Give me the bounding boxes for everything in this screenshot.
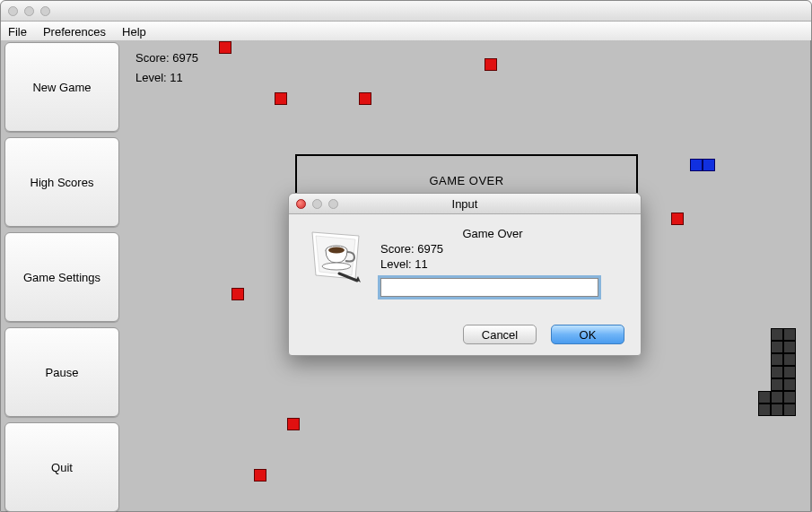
red-block (287, 418, 300, 430)
close-icon[interactable] (8, 6, 18, 16)
dark-block (771, 391, 783, 404)
svg-point-3 (328, 247, 345, 254)
high-scores-button[interactable]: High Scores (4, 137, 119, 227)
dark-block (783, 353, 796, 366)
dialog-text: Game Over Score: 6975 Level: 11 (380, 227, 623, 297)
dark-block (771, 328, 783, 341)
ok-button[interactable]: OK (551, 325, 624, 344)
quit-button[interactable]: Quit (4, 422, 119, 512)
dark-block (783, 404, 796, 416)
red-block (254, 469, 266, 482)
dark-block (771, 378, 783, 391)
svg-point-4 (322, 263, 351, 270)
dialog-buttons: Cancel OK (463, 325, 624, 344)
cancel-button[interactable]: Cancel (463, 325, 537, 344)
new-game-button[interactable]: New Game (4, 42, 119, 132)
dialog-heading: Game Over (362, 227, 623, 240)
game-area: Score: 6975 Level: 11 (127, 40, 806, 511)
level-label: Level: 11 (135, 71, 183, 84)
dark-block (771, 404, 783, 416)
gameover-banner: GAME OVER (295, 154, 638, 195)
dialog-title: Input (289, 197, 641, 211)
dark-block (771, 341, 783, 353)
name-input[interactable] (380, 278, 598, 297)
red-block (359, 92, 371, 105)
red-block (671, 213, 684, 225)
dark-block (783, 341, 796, 353)
dialog-body: Game Over Score: 6975 Level: 11 (289, 214, 641, 308)
dialog-titlebar: Input (289, 194, 641, 214)
red-block (231, 288, 244, 300)
java-coffee-icon (307, 227, 364, 284)
window-controls[interactable] (8, 6, 50, 16)
minimize-icon[interactable] (24, 6, 34, 16)
pause-button[interactable]: Pause (4, 327, 119, 417)
score-label: Score: 6975 (135, 51, 198, 65)
dark-block (783, 391, 796, 404)
blue-block (690, 159, 703, 171)
game-settings-button[interactable]: Game Settings (4, 232, 119, 322)
menu-help[interactable]: Help (122, 25, 146, 39)
dark-block (771, 353, 783, 366)
input-dialog: Input (288, 193, 642, 356)
main-titlebar (1, 1, 811, 22)
red-block (219, 41, 231, 54)
menu-file[interactable]: File (8, 25, 27, 39)
dark-block (783, 378, 796, 391)
zoom-icon[interactable] (328, 199, 338, 209)
dark-block (783, 328, 796, 341)
red-block (275, 92, 287, 105)
dark-block (783, 366, 796, 378)
sidebar: New Game High Scores Game Settings Pause… (4, 42, 119, 512)
dialog-score-line: Score: 6975 (380, 242, 623, 256)
dark-block (758, 391, 771, 404)
dialog-window-controls[interactable] (296, 199, 338, 209)
dark-block (771, 366, 783, 378)
zoom-icon[interactable] (40, 6, 50, 16)
menu-preferences[interactable]: Preferences (43, 25, 106, 39)
red-block (485, 58, 497, 71)
dark-block (758, 404, 771, 416)
close-icon[interactable] (296, 199, 306, 209)
dialog-level-line: Level: 11 (380, 257, 623, 271)
content-area: New Game High Scores Game Settings Pause… (1, 40, 811, 511)
main-window: File Preferences Help New Game High Scor… (0, 0, 812, 512)
minimize-icon[interactable] (312, 199, 322, 209)
blue-block (703, 159, 715, 171)
menubar: File Preferences Help (1, 22, 811, 42)
